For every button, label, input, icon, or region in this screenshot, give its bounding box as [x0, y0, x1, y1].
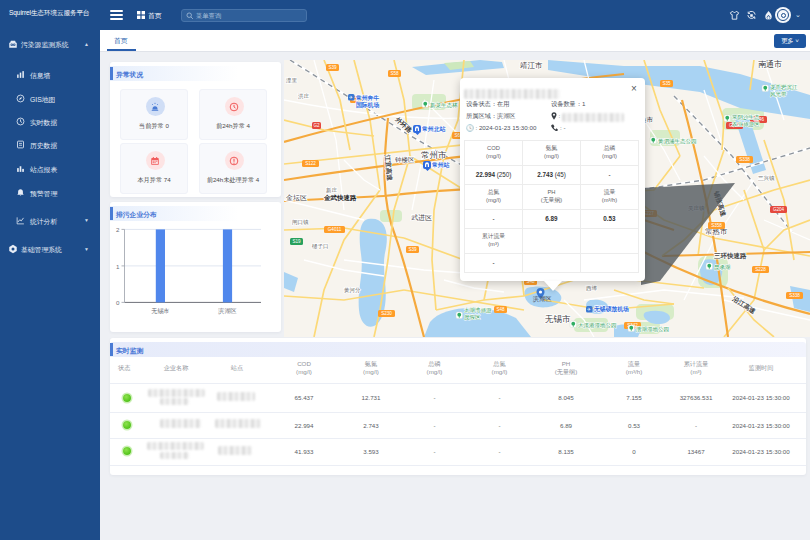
svg-text:2: 2 — [116, 226, 120, 233]
svg-text:钟楼区: 钟楼区 — [394, 156, 415, 163]
svg-text:1: 1 — [116, 263, 120, 270]
svg-text:常州北站: 常州北站 — [422, 126, 446, 133]
svg-text:度假区: 度假区 — [464, 314, 481, 321]
svg-text:S19: S19 — [292, 239, 301, 244]
svg-text:G4011: G4011 — [328, 227, 342, 232]
svg-text:新庄: 新庄 — [326, 187, 338, 193]
svg-text:三兴镇: 三兴镇 — [758, 175, 775, 181]
svg-text:新龙生态林: 新龙生态林 — [430, 102, 458, 108]
svg-text:南通市: 南通市 — [758, 60, 782, 69]
svg-text:S228: S228 — [755, 267, 766, 272]
svg-text:S122: S122 — [305, 161, 316, 166]
svg-text:昆承湖: 昆承湖 — [714, 264, 731, 271]
svg-text:武进区: 武进区 — [411, 214, 432, 222]
svg-text:三环快速路: 三环快速路 — [714, 252, 747, 260]
svg-text:风光带: 风光带 — [770, 91, 787, 98]
svg-text:漕湖湿地公园: 漕湖湿地公园 — [635, 326, 669, 333]
svg-text:S48: S48 — [496, 307, 505, 312]
svg-text:✈: ✈ — [349, 95, 353, 100]
svg-text:S58: S58 — [390, 71, 399, 76]
svg-text:无锡市: 无锡市 — [545, 314, 571, 324]
svg-text:S35: S35 — [662, 81, 671, 86]
svg-text:S358: S358 — [711, 223, 722, 228]
svg-text:S39: S39 — [408, 247, 417, 252]
svg-text:✈: ✈ — [587, 307, 591, 312]
svg-text:国际机场: 国际机场 — [356, 101, 379, 109]
svg-text:西埠: 西埠 — [586, 285, 598, 292]
svg-text:S338: S338 — [739, 157, 750, 162]
svg-text:G204: G204 — [773, 207, 785, 212]
svg-text:S230: S230 — [381, 311, 392, 316]
svg-text:洪庄: 洪庄 — [298, 93, 310, 100]
svg-text:常州奔牛: 常州奔牛 — [356, 95, 379, 101]
svg-text:农业旅游区: 农业旅游区 — [732, 121, 760, 128]
svg-text:S338: S338 — [789, 293, 800, 298]
svg-text:樋子口: 樋子口 — [311, 243, 329, 250]
svg-text:湟里: 湟里 — [286, 77, 298, 84]
svg-text:常州市: 常州市 — [421, 150, 447, 160]
svg-text:常州站: 常州站 — [432, 162, 451, 169]
svg-text:G2: G2 — [313, 123, 320, 128]
svg-text:大溪港湿地公园: 大溪港湿地公园 — [578, 322, 617, 329]
svg-text:滨湖区: 滨湖区 — [532, 295, 552, 303]
svg-text:0: 0 — [116, 299, 120, 306]
svg-text:金武快速路: 金武快速路 — [323, 194, 357, 202]
svg-text:靖江市: 靖江市 — [520, 61, 543, 70]
svg-text:黄泗浦生态公园: 黄泗浦生态公园 — [658, 138, 697, 145]
svg-text:金坛区: 金坛区 — [286, 194, 307, 201]
svg-text:黄河分: 黄河分 — [344, 287, 361, 294]
svg-text:闸口镇: 闸口镇 — [292, 219, 309, 226]
svg-text:S39: S39 — [328, 65, 337, 70]
svg-text:无锡硕放机场: 无锡硕放机场 — [593, 305, 629, 313]
